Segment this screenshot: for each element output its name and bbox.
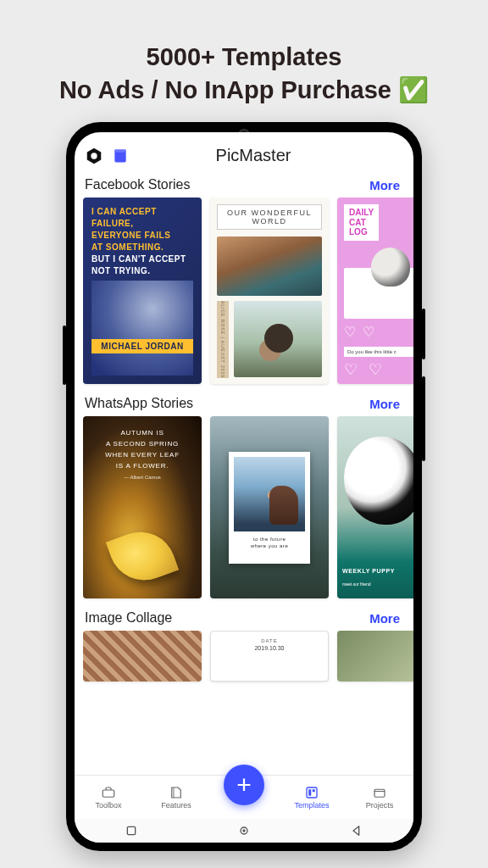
toolbox-icon	[100, 785, 117, 800]
more-link[interactable]: More	[369, 611, 400, 626]
quote-attr: — Albert Camus	[92, 475, 193, 480]
promo-banner: 5000+ Templates No Ads / No InApp Purcha…	[0, 0, 488, 122]
nav-label: Templates	[294, 801, 329, 810]
facebook-row[interactable]: I CAN ACCEPT FAILURE, EVERYONE FAILS AT …	[83, 198, 413, 389]
nav-label: Features	[161, 801, 191, 810]
section-header-facebook: Facebook Stories More	[83, 170, 413, 198]
polaroid: to the future where you are	[229, 452, 310, 564]
template-card[interactable]: AUTUMN IS A SECOND SPRING WHEN EVERY LEA…	[83, 416, 202, 598]
quote-line: WHEN EVERY LEAF	[92, 450, 193, 461]
app-title: PicMaster	[137, 146, 369, 165]
card-photo	[234, 457, 305, 531]
quote-line: AT SOMETHING.	[92, 242, 193, 253]
leaf-icon	[106, 522, 179, 590]
card-photo: MICHAEL JORDAN	[92, 281, 193, 376]
quote-line: EVERYONE FAILS	[92, 230, 193, 242]
template-card[interactable]: WEEKLY PUPPY meet our friend	[337, 416, 413, 598]
android-nav-bar	[75, 819, 413, 843]
template-card[interactable]: DATE 2019.10.30	[210, 631, 329, 682]
more-link[interactable]: More	[369, 397, 400, 411]
nav-features[interactable]: Features	[151, 785, 202, 810]
section-title: Facebook Stories	[85, 177, 191, 192]
card-photo	[344, 268, 413, 319]
caption: to the future where you are	[234, 537, 305, 550]
whatsapp-row[interactable]: AUTUMN IS A SECOND SPRING WHEN EVERY LEA…	[83, 416, 413, 604]
quote-line: AUTUMN IS	[92, 428, 193, 439]
author-band: MICHAEL JORDAN	[92, 339, 193, 353]
template-card[interactable]: DAILY CAT LOG ♡ ♡ Do you like this littl…	[337, 198, 413, 384]
section-title: Image Collage	[85, 610, 172, 626]
recents-icon[interactable]	[125, 824, 138, 837]
scroll-content[interactable]: Facebook Stories More I CAN ACCEPT FAILU…	[75, 170, 413, 843]
card-title: OUR WONDERFUL WORLD	[217, 204, 322, 230]
nav-projects[interactable]: Projects	[354, 785, 405, 810]
phone-frame: PicMaster Facebook Stories More I CAN AC…	[66, 122, 422, 851]
app-screen: PicMaster Facebook Stories More I CAN AC…	[75, 132, 413, 843]
settings-hex-icon[interactable]	[85, 147, 103, 165]
section-header-whatsapp: WhatsApp Stories More	[83, 389, 413, 416]
svg-rect-3	[114, 149, 125, 152]
svg-rect-6	[308, 790, 311, 797]
projects-icon	[371, 785, 388, 800]
card-photo	[234, 301, 322, 377]
collage-row[interactable]: DATE 2019.10.30	[83, 631, 413, 687]
more-link[interactable]: More	[369, 178, 400, 192]
templates-icon	[303, 785, 320, 800]
template-card[interactable]	[83, 631, 202, 682]
quote-line: FAILURE,	[92, 218, 193, 230]
nav-toolbox[interactable]: Toolbox	[83, 785, 134, 810]
card-tag: DAILY CAT LOG	[344, 204, 379, 241]
label: DATE	[218, 638, 321, 643]
promo-line1: 5000+ Templates	[147, 43, 342, 70]
section-title: WhatsApp Stories	[85, 396, 193, 411]
template-card[interactable]	[337, 631, 413, 682]
quote-line: NOT TRYING.	[92, 265, 193, 277]
svg-rect-8	[374, 790, 385, 798]
quote-line: I CAN ACCEPT	[92, 206, 193, 218]
nav-templates[interactable]: Templates	[286, 785, 337, 810]
template-card[interactable]: OUR WONDERFUL WORLD ALICE ROSE | AUGUST …	[210, 198, 329, 384]
card-subtitle: meet our friend	[337, 581, 413, 587]
svg-rect-7	[313, 790, 315, 793]
caption-strip: Do you like this little c	[344, 347, 413, 357]
top-bar: PicMaster	[75, 132, 413, 170]
svg-rect-9	[127, 827, 135, 835]
svg-point-1	[91, 153, 97, 159]
back-icon[interactable]	[350, 824, 363, 837]
promo-line2: No Ads / No InApp Purchase ✅	[59, 76, 429, 103]
home-icon[interactable]	[237, 824, 251, 837]
value: 2019.10.30	[218, 645, 321, 651]
library-icon[interactable]	[112, 147, 129, 164]
svg-rect-5	[307, 787, 317, 798]
quote-line: IS A FLOWER.	[92, 461, 193, 472]
card-photo	[217, 236, 322, 296]
svg-rect-4	[103, 790, 114, 797]
features-icon	[168, 785, 185, 800]
template-card[interactable]: to the future where you are	[210, 416, 329, 598]
quote-line: A SECOND SPRING	[92, 439, 193, 450]
hearts-icon: ♡ ♡	[344, 324, 413, 340]
nav-label: Projects	[366, 801, 394, 810]
card-photo	[344, 437, 413, 525]
svg-point-11	[242, 830, 245, 832]
fab-add-button[interactable]: +	[224, 765, 264, 805]
vertical-caption: ALICE ROSE | AUGUST 2019	[217, 301, 229, 378]
quote-line: BUT I CAN'T ACCEPT	[92, 253, 193, 265]
section-header-collage: Image Collage More	[83, 604, 413, 631]
nav-label: Toolbox	[95, 801, 121, 810]
card-title: WEEKLY PUPPY	[337, 568, 413, 575]
hearts-icon: ♡ ♡	[344, 360, 413, 379]
template-card[interactable]: I CAN ACCEPT FAILURE, EVERYONE FAILS AT …	[83, 198, 202, 384]
